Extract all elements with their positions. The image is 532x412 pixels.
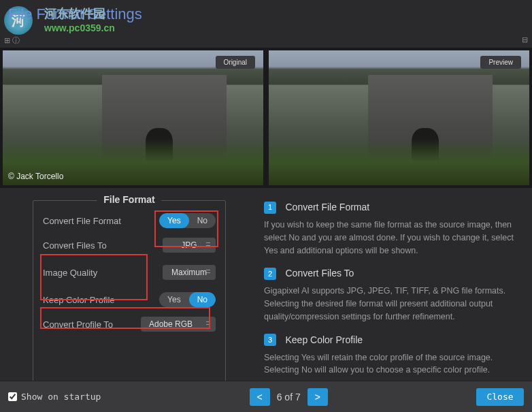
row-image-quality: Image Quality Maximum [43, 264, 216, 281]
info-desc-2: Gigapixel AI supports JPG, JPEG, TIF, TI… [264, 285, 522, 323]
info-item-1: 1 Convert File Format If you wish to kee… [264, 200, 522, 257]
prev-button[interactable]: < [250, 388, 270, 406]
info-desc-3: Selecting Yes will retain the color prof… [264, 351, 522, 377]
convert-file-format-label: Convert File Format [43, 216, 121, 226]
info-title-2: Convert Files To [285, 268, 354, 279]
info-badge-3: 3 [264, 334, 276, 346]
toggle-no[interactable]: No [189, 213, 216, 228]
watermark-text: 河东软件园 [44, 5, 105, 22]
keep-color-profile-toggle[interactable]: Yes No [159, 292, 216, 307]
dialog-footer: Show on startup < 6 of 7 > Close [0, 381, 532, 412]
dialog-header: 河 File Format Settings 河东软件园 www.pc0359.… [0, 0, 532, 35]
info-section: 1 Convert File Format If you wish to kee… [264, 200, 527, 386]
preview-compare-area: Original © Jack Torcello Preview [0, 48, 532, 188]
info-badge-1: 1 [264, 202, 276, 214]
show-on-startup-checkbox[interactable]: Show on startup [8, 392, 101, 402]
next-button[interactable]: > [307, 388, 328, 406]
panel-title: File Format [97, 194, 161, 205]
info-title-3: Keep Color Profile [285, 334, 363, 345]
close-button[interactable]: Close [476, 388, 524, 406]
info-desc-1: If you wish to keep the same file format… [264, 219, 522, 257]
convert-profile-to-select[interactable]: Adobe RGB [141, 317, 216, 332]
pagination-area: < 6 of 7 > [250, 388, 328, 406]
convert-files-to-label: Convert Files To [43, 240, 107, 251]
keep-color-profile-label: Keep Color Profile [43, 295, 115, 305]
file-format-panel: File Format Convert File Format Yes No C… [33, 200, 226, 386]
toolbar-strip: ⊞ ⓘ ⊟ [0, 35, 532, 48]
toggle-no[interactable]: No [189, 292, 216, 307]
watermark-url: www.pc0359.cn [44, 22, 115, 33]
image-credit: © Jack Torcello [8, 172, 63, 181]
preview-badge: Preview [480, 56, 521, 69]
info-item-2: 2 Convert Files To Gigapixel AI supports… [264, 266, 522, 323]
info-badge-2: 2 [264, 268, 276, 280]
row-convert-files-to: Convert Files To JPG [43, 236, 216, 254]
convert-file-format-toggle[interactable]: Yes No [159, 213, 216, 228]
convert-files-to-select[interactable]: JPG [163, 238, 216, 253]
image-quality-select[interactable]: Maximum [163, 265, 216, 280]
toolbar-left-icon: ⊞ ⓘ [4, 35, 20, 48]
original-badge: Original [216, 56, 255, 69]
info-item-3: 3 Keep Color Profile Selecting Yes will … [264, 333, 522, 377]
preview-image-box: Preview [269, 50, 529, 185]
toggle-yes[interactable]: Yes [159, 292, 189, 307]
original-image-box: Original © Jack Torcello [3, 50, 263, 185]
row-keep-color-profile: Keep Color Profile Yes No [43, 291, 216, 308]
row-convert-profile-to: Convert Profile To Adobe RGB [43, 315, 216, 333]
show-on-startup-input[interactable] [8, 392, 17, 401]
info-title-1: Convert File Format [285, 202, 369, 212]
show-on-startup-label: Show on startup [21, 392, 101, 402]
main-content: File Format Convert File Format Yes No C… [0, 188, 532, 392]
image-quality-label: Image Quality [43, 268, 97, 278]
toggle-yes[interactable]: Yes [159, 213, 189, 228]
pagination-text: 6 of 7 [277, 392, 301, 402]
toolbar-right-icon: ⊟ [522, 35, 528, 48]
row-convert-file-format: Convert File Format Yes No [43, 212, 216, 229]
convert-profile-to-label: Convert Profile To [43, 319, 113, 330]
